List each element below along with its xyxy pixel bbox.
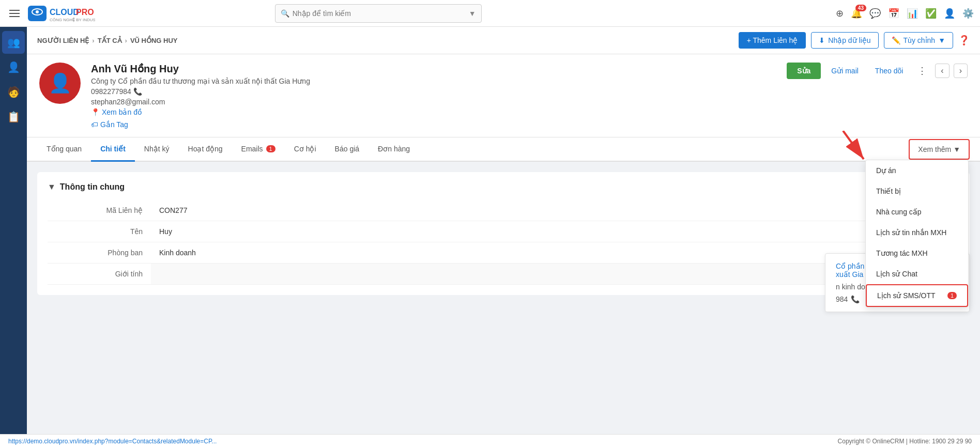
field-label-gioitinh: Giới tính (48, 264, 151, 285)
smsott-badge: 1 (947, 292, 957, 299)
field-label-ten: Tên (48, 221, 151, 242)
import-button[interactable]: ⬇ Nhập dữ liệu (811, 32, 878, 49)
breadcrumb-module[interactable]: NGƯỜI LIÊN HỆ (37, 37, 89, 44)
svg-text:CÔNG NGHỆ BY INDUSTRY: CÔNG NGHỆ BY INDUSTRY (50, 18, 95, 22)
search-dropdown-icon[interactable]: ▼ (469, 9, 476, 18)
search-input[interactable] (293, 9, 469, 18)
breadcrumb-all[interactable]: Tất cả (98, 37, 122, 44)
sidebar-item-contacts[interactable]: 👥 (2, 31, 25, 54)
breadcrumb-bar: NGƯỜI LIÊN HỆ › Tất cả › Vũ Hồng Huy + T… (27, 27, 980, 54)
breadcrumb: NGƯỜI LIÊN HỆ › Tất cả › Vũ Hồng Huy (37, 37, 178, 44)
more-chevron-icon: ▼ (953, 145, 960, 153)
profile-icon[interactable]: 👤 (944, 8, 955, 19)
tab-donhang[interactable]: Đơn hàng (369, 137, 419, 162)
search-bar[interactable]: 🔍 ▼ (275, 4, 482, 23)
tabs: Tổng quan Chi tiết Nhật ký Hoạt động Ema… (27, 137, 980, 162)
import-icon: ⬇ (819, 36, 825, 44)
notification-icon[interactable]: 🔔 43 (851, 8, 862, 19)
dropdown-item-nhacungcap[interactable]: Nhà cung cấp (866, 202, 968, 222)
contact-map[interactable]: 📍 Xem bản đồ (91, 108, 776, 116)
add-icon[interactable]: ⊕ (836, 8, 844, 19)
help-icon[interactable]: ❓ (958, 35, 970, 46)
status-url: https://demo.cloudpro.vn/index.php?modul… (8, 438, 217, 445)
field-value-ten: Huy (151, 221, 959, 242)
form-grid: Mã Liên hệ CON277 Tên Huy Phòng ban Kinh… (48, 200, 959, 285)
map-pin-icon: 📍 (91, 108, 100, 116)
nav-icons: ⊕ 🔔 43 💬 📅 📊 ✅ 👤 ⚙️ (836, 8, 974, 19)
chart-icon[interactable]: 📊 (907, 8, 918, 19)
more-options-button[interactable]: ⋮ (913, 63, 931, 79)
edit-button[interactable]: Sửa (787, 63, 821, 79)
send-mail-button[interactable]: Gửi mail (825, 63, 865, 79)
contact-name: Anh Vũ Hồng Huy (91, 63, 776, 75)
dropdown-item-thietbi[interactable]: Thiết bị (866, 181, 968, 202)
dropdown-item-tuongtacmxh[interactable]: Tương tác MXH (866, 243, 968, 264)
top-nav: CLOUD PRO CÔNG NGHỆ BY INDUSTRY 🔍 ▼ ⊕ 🔔 … (0, 0, 980, 27)
sidebar-item-user2[interactable]: 🧑 (2, 81, 25, 103)
tab-hoatdong[interactable]: Hoạt động (179, 137, 232, 162)
avatar-icon: 👤 (49, 72, 72, 94)
status-bar: https://demo.cloudpro.vn/index.php?modul… (0, 434, 980, 448)
dropdown-item-lichsuchat[interactable]: Lịch sử Chat (866, 264, 968, 284)
phone-icon: 📞 (133, 87, 142, 96)
svg-text:CLOUD: CLOUD (50, 8, 79, 17)
search-icon: 🔍 (281, 9, 289, 18)
add-contact-button[interactable]: + Thêm Liên hệ (739, 32, 806, 49)
dropdown-item-duvan[interactable]: Dự án (866, 160, 968, 181)
emails-badge: 1 (266, 145, 275, 152)
main-content: NGƯỜI LIÊN HỆ › Tất cả › Vũ Hồng Huy + T… (27, 27, 980, 448)
svg-point-2 (36, 10, 39, 13)
sidebar-item-document[interactable]: 📋 (2, 105, 25, 128)
dropdown-menu: Dự án Thiết bị Nhà cung cấp Lịch sử tin … (865, 160, 969, 307)
dropdown-item-lichsumxh[interactable]: Lịch sử tin nhắn MXH (866, 222, 968, 243)
contact-tag[interactable]: 🏷 Gắn Tag (91, 120, 776, 129)
avatar: 👤 (39, 63, 81, 104)
dropdown-item-smsott[interactable]: Lịch sử SMS/OTT 1 (866, 284, 968, 307)
copyright: Copyright © OnlineCRM | Hotline: 1900 29… (838, 438, 972, 445)
chat-icon[interactable]: 💬 (869, 8, 881, 19)
tab-cohoi[interactable]: Cơ hội (285, 137, 326, 162)
field-label-mahele: Mã Liên hệ (48, 200, 151, 221)
notification-badge: 43 (855, 5, 866, 11)
sidebar: 👥 👤 🧑 📋 (0, 27, 27, 448)
calendar-icon[interactable]: 📅 (888, 8, 899, 19)
contact-actions: Sửa Gửi mail Theo dõi ⋮ ‹ › (787, 63, 968, 79)
tab-baogia[interactable]: Báo giá (326, 137, 369, 162)
section-toggle[interactable]: ▼ (48, 182, 56, 192)
settings-icon[interactable]: ⚙️ (962, 8, 974, 19)
customize-button[interactable]: ✏️ Tùy chỉnh ▼ (884, 32, 953, 49)
contact-company: Công ty Cổ phần đầu tư thương mại và sản… (91, 77, 776, 85)
field-value-mahele: CON277 (151, 200, 959, 221)
customize-chevron: ▼ (938, 36, 945, 44)
contact-info: Anh Vũ Hồng Huy Công ty Cổ phần đầu tư t… (91, 63, 776, 129)
tab-nhatky[interactable]: Nhật ký (135, 137, 179, 162)
hamburger-menu[interactable] (6, 7, 23, 20)
tab-emails[interactable]: Emails 1 (232, 137, 285, 162)
logo[interactable]: CLOUD PRO CÔNG NGHỆ BY INDUSTRY (28, 4, 95, 23)
section-title: ▼ Thông tin chung (48, 182, 959, 192)
tab-chitiet[interactable]: Chi tiết (91, 137, 135, 162)
field-label-phongban: Phòng ban (48, 242, 151, 264)
customize-icon: ✏️ (892, 36, 900, 44)
next-button[interactable]: › (954, 64, 968, 78)
follow-button[interactable]: Theo dõi (869, 63, 909, 79)
svg-text:PRO: PRO (76, 8, 94, 17)
contact-phone: 0982277984 📞 (91, 87, 776, 96)
sidebar-item-person[interactable]: 👤 (2, 56, 25, 79)
prev-button[interactable]: ‹ (935, 64, 949, 78)
tag-icon: 🏷 (91, 120, 98, 129)
breadcrumb-actions: + Thêm Liên hệ ⬇ Nhập dữ liệu ✏️ Tùy chỉ… (739, 32, 970, 49)
right-phone-icon: 📞 (851, 295, 860, 303)
contact-email: stephan28@gmail.com (91, 98, 776, 106)
contact-header: 👤 Anh Vũ Hồng Huy Công ty Cổ phần đầu tư… (27, 54, 980, 137)
tasks-icon[interactable]: ✅ (925, 8, 937, 19)
tab-tongquan[interactable]: Tổng quan (37, 137, 91, 162)
tab-more-button[interactable]: Xem thêm ▼ Dự án Thiết bị Nhà cung cấp L… (909, 139, 970, 160)
breadcrumb-current: Vũ Hồng Huy (130, 37, 178, 44)
